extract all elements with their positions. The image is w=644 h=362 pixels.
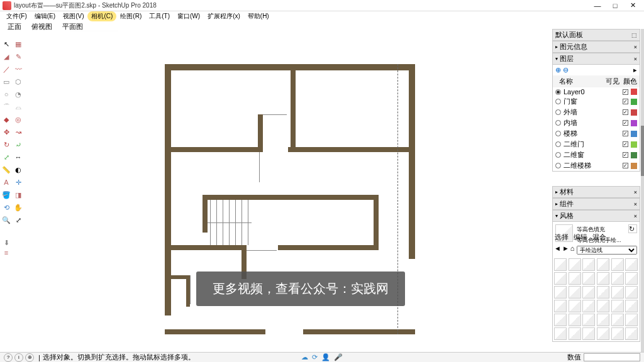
- nav-fwd-icon[interactable]: ►: [562, 244, 569, 256]
- mic-icon[interactable]: 🎤: [334, 353, 343, 361]
- styles-header[interactable]: ▾风格×: [552, 210, 640, 222]
- menu-window[interactable]: 窗口(W): [174, 11, 204, 21]
- user-icon[interactable]: 👤: [321, 353, 330, 361]
- arc-tool-icon[interactable]: ⌒: [1, 102, 11, 112]
- layer-row[interactable]: 二维楼梯: [553, 160, 640, 171]
- offset-icon[interactable]: ◎: [13, 114, 23, 124]
- layer-radio[interactable]: [555, 131, 561, 136]
- style-thumbnail[interactable]: [554, 258, 567, 271]
- layer-color-swatch[interactable]: [631, 141, 637, 148]
- layer-radio[interactable]: [555, 163, 561, 168]
- style-thumbnail[interactable]: [569, 286, 581, 299]
- tray-pin-icon[interactable]: ⬚: [631, 32, 637, 38]
- style-thumbnail[interactable]: [625, 272, 638, 285]
- pie-icon[interactable]: ◔: [13, 89, 23, 99]
- dim-icon[interactable]: ↔: [13, 152, 23, 162]
- sync-icon[interactable]: ⟳: [312, 353, 318, 361]
- layer-menu-icon[interactable]: ▸: [633, 66, 637, 74]
- paint-tool-icon[interactable]: 🪣: [1, 190, 11, 200]
- measurement-input[interactable]: [584, 353, 640, 361]
- style-thumbnail[interactable]: [569, 300, 581, 312]
- menu-file[interactable]: 文件(F): [3, 11, 31, 21]
- add-layer-icon[interactable]: ⊕: [555, 66, 561, 74]
- zoom-ext-icon[interactable]: ⤢: [13, 215, 23, 225]
- layer-visible-checkbox[interactable]: [623, 120, 628, 126]
- layer-visible-checkbox[interactable]: [623, 141, 628, 147]
- materials-header[interactable]: ▸材料×: [552, 186, 640, 198]
- menu-view[interactable]: 视图(V): [59, 11, 87, 21]
- home-icon[interactable]: ⌂: [570, 244, 575, 256]
- tab-select[interactable]: 选择: [555, 233, 569, 242]
- pan-tool-icon[interactable]: ✋: [13, 202, 23, 212]
- style-thumbnail[interactable]: [611, 272, 624, 285]
- style-thumbnail[interactable]: [582, 286, 595, 299]
- style-thumbnail[interactable]: [597, 300, 609, 312]
- style-thumbnail[interactable]: [597, 258, 609, 271]
- polygon-icon[interactable]: ⬡: [13, 77, 23, 87]
- layer-row[interactable]: 外墙: [553, 107, 640, 118]
- maximize-button[interactable]: □: [606, 2, 624, 9]
- style-thumbnail[interactable]: [597, 272, 609, 285]
- tab-plan[interactable]: 平面图: [57, 21, 88, 31]
- layer-visible-checkbox[interactable]: [623, 152, 628, 158]
- style-thumbnail[interactable]: [554, 286, 567, 299]
- nav-back-icon[interactable]: ◄: [554, 244, 561, 256]
- style-thumbnail[interactable]: [582, 300, 595, 312]
- layer-color-swatch[interactable]: [631, 163, 637, 169]
- layer-color-swatch[interactable]: [631, 109, 637, 116]
- layer-color-swatch[interactable]: [631, 120, 637, 126]
- layer-radio[interactable]: [555, 89, 561, 95]
- layer-color-swatch[interactable]: [631, 152, 637, 158]
- section-icon[interactable]: ◨: [13, 190, 23, 200]
- minimize-button[interactable]: —: [589, 2, 606, 9]
- menu-tools[interactable]: 工具(T): [145, 11, 174, 21]
- close-button[interactable]: ✕: [624, 1, 641, 9]
- info-icon[interactable]: i: [14, 353, 23, 362]
- layer-radio[interactable]: [555, 141, 561, 147]
- style-thumbnail[interactable]: [611, 258, 624, 271]
- layer-radio[interactable]: [555, 120, 561, 126]
- style-category-select[interactable]: 手绘边线: [577, 246, 637, 255]
- layer-color-swatch[interactable]: [631, 131, 637, 137]
- rotate2-icon[interactable]: ⤾: [13, 140, 23, 150]
- scrollbar-thumb[interactable]: [641, 126, 644, 176]
- style-thumbnail[interactable]: [554, 314, 567, 326]
- tab-front[interactable]: 正面: [3, 21, 26, 31]
- style-thumbnail[interactable]: [582, 314, 595, 326]
- zoom-tool-icon[interactable]: 🔍: [1, 215, 11, 225]
- layer-row[interactable]: 内墙: [553, 118, 640, 128]
- layer-color-swatch[interactable]: [631, 99, 637, 105]
- style-thumbnail[interactable]: [569, 327, 581, 340]
- style-thumbnail[interactable]: [582, 258, 595, 271]
- freehand-icon[interactable]: 〰: [13, 64, 23, 74]
- style-thumbnail[interactable]: [625, 258, 638, 271]
- scrollbar-track[interactable]: [641, 29, 644, 352]
- layer-color-swatch[interactable]: [631, 89, 637, 95]
- style-thumbnail[interactable]: [554, 327, 567, 340]
- layer-row[interactable]: 楼梯: [553, 128, 640, 139]
- layer-radio[interactable]: [555, 99, 561, 104]
- circle-tool-icon[interactable]: ○: [1, 89, 11, 99]
- menu-camera[interactable]: 相机(C): [87, 11, 116, 21]
- style-thumbnail[interactable]: [611, 314, 624, 326]
- layer-visible-checkbox[interactable]: [623, 99, 628, 104]
- text-tool-icon[interactable]: A: [1, 177, 11, 187]
- style-thumbnail[interactable]: [554, 300, 567, 312]
- eraser-tool-icon[interactable]: ◢: [1, 52, 11, 62]
- layer-row[interactable]: 二维窗: [553, 150, 640, 160]
- tape-tool-icon[interactable]: 📏: [1, 165, 11, 175]
- style-thumbnail[interactable]: [625, 300, 638, 312]
- layers-header[interactable]: ▾图层×: [552, 53, 640, 65]
- layer-radio[interactable]: [555, 152, 561, 158]
- style-thumbnail[interactable]: [569, 314, 581, 326]
- move-tool-icon[interactable]: ✥: [1, 127, 11, 137]
- select-tool-icon[interactable]: ↖: [1, 39, 11, 49]
- arc2-icon[interactable]: ⌓: [13, 102, 23, 112]
- geo-icon[interactable]: ⊕: [25, 353, 34, 362]
- tray-header[interactable]: 默认面板⬚: [552, 29, 640, 41]
- line-tool-icon[interactable]: ／: [1, 64, 11, 74]
- style-thumbnail[interactable]: [597, 327, 609, 340]
- style-thumbnail[interactable]: [611, 286, 624, 299]
- axes-icon[interactable]: ✛: [13, 177, 23, 187]
- remove-layer-icon[interactable]: ⊖: [563, 66, 569, 74]
